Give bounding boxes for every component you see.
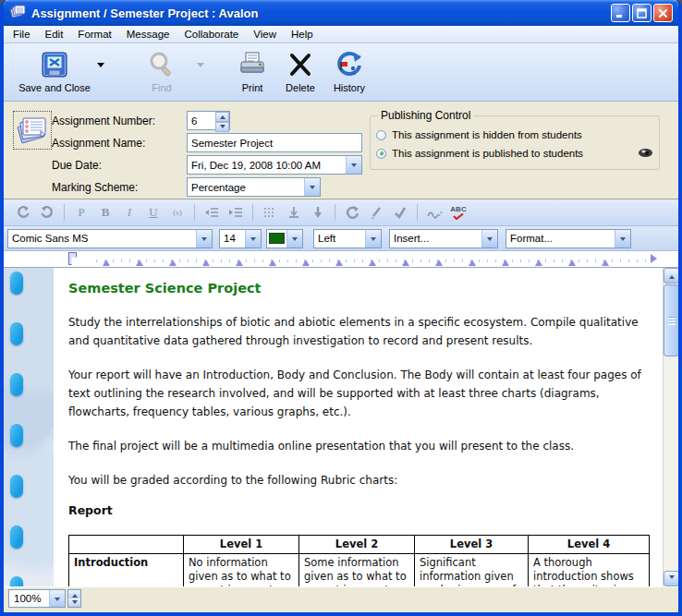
redo-icon[interactable] (35, 203, 59, 222)
scroll-up-button[interactable] (664, 268, 678, 284)
rubric-table: Level 1 Level 2 Level 3 Level 4 Introduc… (68, 535, 650, 586)
zoom-control[interactable]: 100% (8, 589, 81, 608)
assignment-number-label: Assignment Number: (52, 115, 187, 127)
checkmark-icon[interactable] (388, 203, 412, 222)
zoom-spinner[interactable] (67, 589, 81, 608)
text-color-swatch (269, 233, 285, 244)
paragraph: Your report will have an Introduction, B… (68, 366, 656, 421)
alignment-dropdown-arrow[interactable] (365, 230, 381, 248)
zoom-dropdown-arrow[interactable] (49, 590, 65, 607)
menu-bar: File Edit Format Message Collaborate Vie… (4, 26, 678, 43)
radio-button-published[interactable] (376, 149, 386, 159)
paragraph-icon[interactable]: P (69, 203, 93, 222)
vertical-scrollbar[interactable] (663, 268, 678, 586)
menu-file[interactable]: File (6, 27, 38, 42)
radio-published-to-students[interactable]: This assignment is published to students (376, 144, 653, 163)
text-color-dropdown-arrow[interactable] (286, 230, 302, 248)
arrow-down-icon[interactable] (306, 203, 330, 222)
marking-scheme-select[interactable]: Percentage (187, 177, 321, 197)
document-content[interactable]: Semester Science Project Study the inter… (68, 268, 656, 586)
line-spacing-icon[interactable] (258, 203, 282, 222)
find-label: Find (152, 82, 171, 93)
app-window: Assignment / Semester Project : Avalon F… (0, 0, 682, 616)
indent-icon[interactable] (224, 203, 248, 222)
pencil-icon[interactable] (364, 203, 388, 222)
cell-level1: No information given as to what to expec… (184, 554, 299, 587)
assignment-number-spin-buttons[interactable] (215, 112, 229, 129)
delete-button[interactable]: Delete (277, 49, 323, 93)
font-size-dropdown-arrow[interactable] (245, 230, 261, 248)
assignment-number-spinner[interactable]: 6 (187, 111, 230, 130)
insert-select[interactable]: Insert... (389, 229, 498, 248)
row-label-introduction: Introduction (69, 554, 184, 587)
text-color-select[interactable] (266, 229, 303, 248)
radio-hidden-label: This assignment is hidden from students (392, 129, 582, 140)
font-name-dropdown-arrow[interactable] (196, 230, 212, 248)
title-bar: Assignment / Semester Project : Avalon (4, 0, 678, 26)
radio-hidden-from-students[interactable]: This assignment is hidden from students (376, 126, 653, 144)
assignment-name-input[interactable]: Semester Project (187, 133, 362, 152)
spellcheck-icon[interactable]: ABC (446, 203, 470, 222)
find-button: Find (129, 49, 194, 93)
due-date-select[interactable]: Fri, Dec 19, 2008 10:00 AM (187, 155, 362, 175)
menu-help[interactable]: Help (284, 27, 321, 42)
editor-toolbar-dropdowns: Comic Sans MS 14 Left Insert... Format..… (4, 226, 678, 251)
cell-level2: Some information given as to what to exp… (299, 554, 415, 587)
table-header-row: Level 1 Level 2 Level 3 Level 4 (69, 536, 650, 554)
assignment-icon (13, 111, 52, 150)
italic-icon[interactable]: I (117, 203, 141, 222)
underline-icon[interactable]: U (141, 203, 165, 222)
history-button[interactable]: History (325, 49, 373, 93)
maximize-button[interactable] (632, 4, 652, 22)
menu-edit[interactable]: Edit (38, 27, 71, 42)
header-cell-level2: Level 2 (299, 536, 415, 554)
editor-toolbar-icons: P B I U (s) (4, 199, 678, 226)
zoom-select[interactable]: 100% (8, 589, 66, 608)
save-dropdown-arrow[interactable] (94, 49, 107, 80)
refresh-icon[interactable] (340, 203, 364, 222)
bold-icon[interactable]: B (93, 203, 117, 222)
indent-marker[interactable] (68, 252, 77, 265)
history-label: History (334, 82, 365, 93)
alignment-select[interactable]: Left (313, 229, 382, 248)
strikethrough-icon[interactable]: (s) (165, 203, 189, 222)
format-dropdown-arrow[interactable] (615, 230, 630, 248)
print-icon (237, 49, 267, 80)
main-toolbar: Save and Close Find (4, 43, 678, 102)
report-section-heading: Report (68, 501, 656, 520)
assignment-name-value: Semester Project (191, 138, 273, 149)
status-bar: 100% (4, 586, 678, 609)
right-margin-marker[interactable] (651, 254, 662, 263)
menu-view[interactable]: View (246, 27, 284, 42)
close-button[interactable] (653, 4, 673, 22)
font-name-select[interactable]: Comic Sans MS (7, 229, 213, 248)
menu-message[interactable]: Message (119, 27, 177, 42)
radio-button-hidden[interactable] (376, 130, 386, 140)
format-select[interactable]: Format... (505, 229, 631, 248)
marking-scheme-value: Percentage (191, 182, 246, 193)
insert-dropdown-arrow[interactable] (481, 230, 497, 248)
assignment-form: Assignment Number: 6 Assignment Name: Se… (4, 102, 678, 199)
scrollbar-thumb[interactable] (664, 284, 678, 356)
ruler[interactable] (4, 251, 678, 268)
undo-icon[interactable] (11, 203, 35, 222)
header-cell-level4: Level 4 (529, 536, 650, 554)
marking-scheme-dropdown-arrow[interactable] (304, 178, 320, 196)
assignment-number-value: 6 (191, 115, 197, 127)
zoom-value: 100% (14, 593, 41, 604)
document-editor[interactable]: Semester Science Project Study the inter… (4, 268, 678, 586)
due-date-dropdown-arrow[interactable] (346, 156, 361, 174)
font-size-select[interactable]: 14 (219, 229, 262, 248)
menu-collaborate[interactable]: Collaborate (177, 27, 246, 42)
print-button[interactable]: Print (231, 49, 274, 93)
minimize-button[interactable] (611, 4, 630, 22)
signature-icon[interactable] (422, 203, 446, 222)
format-value: Format... (510, 233, 553, 244)
header-cell-empty (69, 536, 184, 554)
outdent-icon[interactable] (200, 203, 224, 222)
align-top-icon[interactable] (282, 203, 306, 222)
scroll-down-button[interactable] (664, 571, 678, 586)
menu-format[interactable]: Format (70, 27, 118, 42)
save-and-close-button[interactable]: Save and Close (15, 49, 94, 93)
eye-icon (638, 148, 653, 160)
